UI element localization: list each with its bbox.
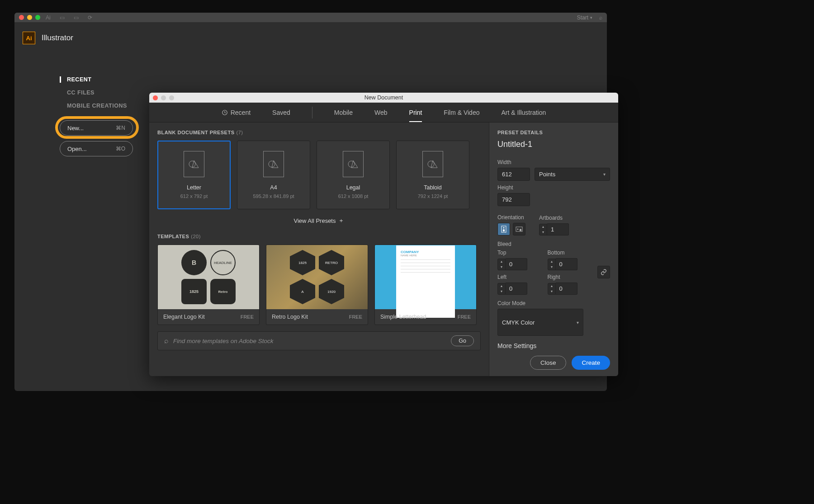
link-bleed-icon[interactable] <box>597 266 610 278</box>
svg-point-4 <box>428 161 434 167</box>
menubar-icon: ▭ <box>74 14 79 21</box>
svg-point-6 <box>503 227 505 229</box>
view-all-presets[interactable]: View All Presets＋ <box>157 217 481 225</box>
new-button[interactable]: New... ⌘N <box>60 120 133 136</box>
svg-point-8 <box>517 229 519 230</box>
width-input[interactable] <box>497 168 530 181</box>
tab-art-illustration[interactable]: Art & Illustration <box>501 104 546 122</box>
preset-thumb-icon <box>263 151 284 177</box>
preset-details-heading: PRESET DETAILS <box>497 130 610 135</box>
height-label: Height <box>497 184 610 191</box>
sidebar-item-recent[interactable]: RECENT <box>60 76 607 83</box>
dialog-title: New Document <box>149 94 618 101</box>
document-name[interactable]: Untitled-1 <box>497 140 610 149</box>
tab-web[interactable]: Web <box>374 104 388 122</box>
tab-mobile[interactable]: Mobile <box>334 104 353 122</box>
create-button[interactable]: Create <box>572 356 610 370</box>
chevron-down-icon: ▾ <box>577 320 579 325</box>
preset-thumb-icon <box>422 151 443 177</box>
stock-search[interactable]: ⌕ Find more templates on Adobe Stock Go <box>157 331 481 350</box>
templates-heading: TEMPLATES(20) <box>157 234 481 239</box>
preset-a4[interactable]: A4 595.28 x 841.89 pt <box>237 141 310 209</box>
svg-point-1 <box>189 161 195 167</box>
plus-icon: ＋ <box>338 217 344 225</box>
presets-heading: BLANK DOCUMENT PRESETS(7) <box>157 130 481 135</box>
close-button[interactable]: Close <box>530 356 567 370</box>
orientation-label: Orientation <box>497 214 525 221</box>
artboards-stepper[interactable]: ▴▾ <box>539 223 569 236</box>
width-label: Width <box>497 159 610 165</box>
more-settings[interactable]: More Settings <box>497 342 610 349</box>
bleed-top-label: Top <box>497 250 541 256</box>
bleed-bottom-input[interactable]: ▴▾ <box>548 258 592 270</box>
shortcut-label: ⌘O <box>116 146 125 152</box>
template-retro-logo[interactable]: 1825RETRO A1920 Retro Logo KitFREE <box>266 245 368 325</box>
bleed-top-input[interactable]: ▴▾ <box>497 258 541 270</box>
tab-recent[interactable]: Recent <box>222 104 251 122</box>
template-elegant-logo[interactable]: BHEADLINE 1825Retro Elegant Logo KitFREE <box>157 245 260 325</box>
template-thumbnail: 1825RETRO A1920 <box>266 245 368 309</box>
app-title: Illustrator <box>42 33 73 42</box>
app-header: Ai Illustrator <box>14 22 607 54</box>
preset-tabloid[interactable]: Tabloid 792 x 1224 pt <box>396 141 469 209</box>
tab-print[interactable]: Print <box>409 104 422 122</box>
open-button[interactable]: Open... ⌘O <box>60 141 133 156</box>
svg-point-2 <box>269 161 275 167</box>
window-controls[interactable] <box>19 15 40 20</box>
preset-letter[interactable]: Letter 612 x 792 pt <box>157 141 231 209</box>
orientation-portrait[interactable] <box>497 223 510 236</box>
preset-thumb-icon <box>184 151 204 177</box>
template-thumbnail: BHEADLINE 1825Retro <box>158 245 259 309</box>
menubar-icon: ⟳ <box>88 14 92 21</box>
units-select[interactable]: Points▾ <box>535 168 610 181</box>
go-button[interactable]: Go <box>451 335 474 346</box>
bleed-left-input[interactable]: ▴▾ <box>497 283 541 295</box>
colormode-label: Color Mode <box>497 300 610 306</box>
bleed-right-input[interactable]: ▴▾ <box>548 283 592 295</box>
start-dropdown[interactable]: Start ▾ <box>577 14 592 21</box>
menubar-icon: ▭ <box>60 14 65 21</box>
artboards-label: Artboards <box>539 215 569 221</box>
menubar: Ai ▭ ▭ ⟳ Start ▾ ⌕ <box>14 13 607 22</box>
search-icon: ⌕ <box>164 337 169 345</box>
chevron-down-icon: ▾ <box>603 172 606 177</box>
bleed-right-label: Right <box>548 274 592 280</box>
new-document-dialog: New Document Recent Saved Mobile Web Pri… <box>149 93 618 376</box>
search-icon[interactable]: ⌕ <box>599 14 602 21</box>
search-placeholder: Find more templates on Adobe Stock <box>173 338 446 344</box>
bleed-left-label: Left <box>497 274 541 280</box>
preset-legal[interactable]: Legal 612 x 1008 pt <box>317 141 390 209</box>
template-thumbnail: COMPANYNAME HERE <box>375 245 476 309</box>
tab-saved[interactable]: Saved <box>272 104 290 122</box>
category-tabs: Recent Saved Mobile Web Print Film & Vid… <box>149 103 618 122</box>
menubar-icon: Ai <box>46 14 51 21</box>
shortcut-label: ⌘N <box>116 125 125 131</box>
clock-icon <box>222 109 228 116</box>
dialog-titlebar: New Document <box>149 93 618 103</box>
svg-point-3 <box>348 161 355 167</box>
preset-thumb-icon <box>343 151 364 177</box>
template-letterhead[interactable]: COMPANYNAME HERE Simple LetterheadFREE <box>374 245 477 325</box>
colormode-select[interactable]: CMYK Color▾ <box>497 309 583 336</box>
tab-film-video[interactable]: Film & Video <box>444 104 479 122</box>
bleed-bottom-label: Bottom <box>548 250 592 256</box>
bleed-label: Bleed <box>497 241 610 247</box>
height-input[interactable] <box>497 193 530 206</box>
app-logo: Ai <box>23 32 35 44</box>
orientation-landscape[interactable] <box>513 223 525 236</box>
